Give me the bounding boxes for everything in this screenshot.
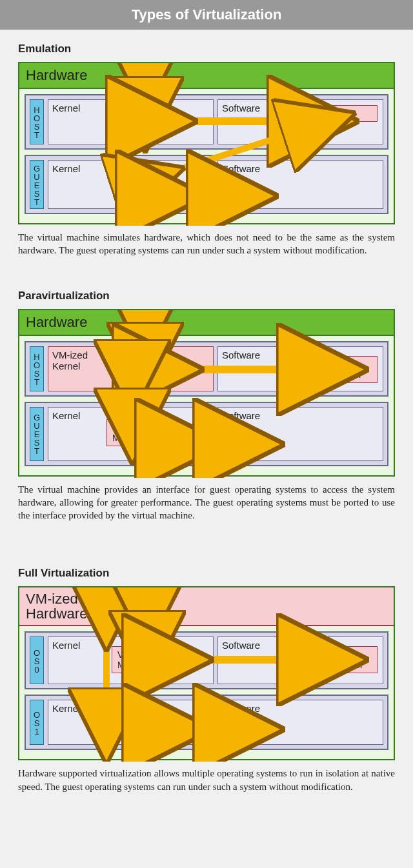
section-fullvirt: Full Virtualization VM-ized Hardware OS0… (0, 528, 413, 800)
software-label: Software (222, 103, 260, 113)
host-software-box: Software VM Control (217, 346, 383, 391)
os0-software-box: Software Virt. Control (217, 636, 383, 684)
os1-row: OS1 Kernel Software (25, 695, 388, 750)
host-row: HOST Kernel Software VM (25, 94, 388, 150)
emulation-diagram: Hardware HOST Kernel Software VM GUEST K… (18, 62, 395, 224)
guest-kernel-box: Kernel (48, 160, 214, 209)
paravirt-caption: The virtual machine provides an interfac… (18, 483, 395, 522)
guest-software-box: Software (217, 160, 383, 209)
vm-box: VM (319, 105, 378, 122)
guest-kernel-box: Kernel Virt. Module (48, 407, 214, 461)
emulation-heading: Emulation (18, 43, 395, 55)
fullvirt-heading: Full Virtualization (18, 567, 395, 580)
host-kernel-box: Kernel (48, 99, 214, 144)
os0-tab: OS0 (30, 636, 44, 684)
host-software-box: Software VM (217, 99, 383, 144)
host-row: HOST VM-ized Kernel Software VM Control (25, 341, 388, 397)
kernel-label: Kernel (52, 640, 80, 651)
section-emulation: Emulation Hardware HOST Kernel Software … (0, 30, 413, 264)
os1-kernel-box: Kernel (48, 700, 214, 745)
guest-row: GUEST Kernel Virt. Module Software (25, 402, 388, 466)
guest-tab: GUEST (30, 160, 44, 209)
guest-tab: GUEST (30, 407, 44, 461)
section-paravirt: Paravirtualization Hardware HOST VM-ized… (0, 264, 413, 529)
vm-control-box: VM Control (326, 356, 378, 383)
host-tab: HOST (30, 346, 44, 391)
hardware-bar: Hardware (19, 63, 394, 89)
emulation-caption: The virtual machine simulates hardware, … (18, 231, 395, 257)
page-title: Types of Virtualization (0, 0, 413, 30)
guest-row: GUEST Kernel Software (25, 155, 388, 214)
fullvirt-diagram: VM-ized Hardware OS0 Kernel Virt. Module… (18, 586, 395, 760)
vm-kernel-box: VM-ized Kernel (48, 346, 214, 391)
virt-module-box: Virt. Module (112, 646, 158, 673)
virt-control-box: Virt. Control (327, 646, 378, 673)
paravirt-diagram: Hardware HOST VM-ized Kernel Software VM… (18, 309, 395, 477)
guest-software-box: Software (217, 407, 383, 461)
fullvirt-caption: Hardware supported virtualization allows… (18, 767, 395, 793)
os0-kernel-box: Kernel Virt. Module (48, 636, 214, 684)
software-label: Software (222, 350, 260, 360)
os1-tab: OS1 (30, 700, 44, 745)
hardware-bar: Hardware (19, 310, 394, 336)
kernel-label: Kernel (52, 410, 80, 421)
vm-hardware-bar: VM-ized Hardware (19, 587, 394, 626)
host-tab: HOST (30, 99, 44, 144)
os0-row: OS0 Kernel Virt. Module Software Virt. C… (25, 631, 388, 689)
virt-module-box: Virt. Module (106, 419, 153, 446)
os1-software-box: Software (217, 700, 383, 745)
paravirt-heading: Paravirtualization (18, 290, 395, 302)
software-label: Software (222, 640, 260, 651)
